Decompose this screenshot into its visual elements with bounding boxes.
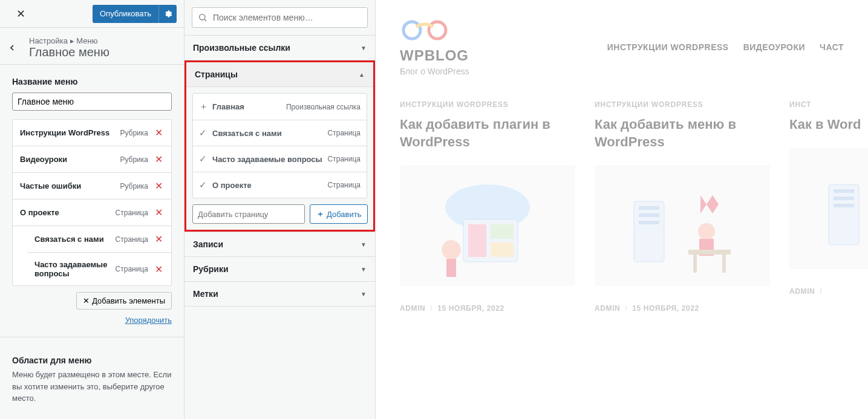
- accordion-posts[interactable]: Записи ▼: [184, 232, 375, 256]
- reorder-link[interactable]: Упорядочить: [125, 316, 172, 325]
- nav-link[interactable]: ВИДЕОУРОКИ: [743, 42, 805, 52]
- site-title: WPBLOG: [400, 47, 469, 64]
- plus-icon: ＋: [316, 209, 324, 219]
- menu-item-title: Связаться с нами: [34, 235, 116, 244]
- page-item[interactable]: ✓ О проекте Страница: [193, 172, 367, 198]
- page-item-type: Страница: [328, 129, 361, 137]
- page-item[interactable]: ✓ Часто задаваемые вопросы Страница: [193, 146, 367, 172]
- breadcrumb: Настройка ▸ Меню: [29, 36, 177, 45]
- post-card[interactable]: ИНСТРУКЦИИ WORDPRESS Как добавить плагин…: [400, 100, 575, 313]
- svg-rect-19: [834, 189, 854, 193]
- menu-name-label: Название меню: [12, 77, 172, 86]
- svg-rect-5: [491, 224, 514, 239]
- accordion-pages[interactable]: Страницы ▲: [186, 62, 373, 87]
- remove-icon[interactable]: ✕: [153, 207, 164, 218]
- svg-rect-11: [639, 213, 659, 217]
- page-item-title: Часто задаваемые вопросы: [212, 155, 328, 164]
- svg-line-1: [204, 19, 206, 21]
- svg-rect-21: [834, 204, 854, 207]
- menu-name-input[interactable]: [12, 93, 172, 111]
- post-card[interactable]: ИНСТРУКЦИИ WORDPRESS Как добавить меню в…: [595, 100, 770, 313]
- accordion-custom-links[interactable]: Произвольные ссылки ▼: [184, 36, 375, 60]
- page-item-type: Произвольная ссылка: [286, 103, 361, 111]
- panel-title: Главное меню: [29, 45, 177, 59]
- post-title: Как в Word: [789, 116, 868, 134]
- menu-item-type: Рубрика: [120, 182, 148, 190]
- svg-rect-17: [722, 255, 726, 273]
- menu-item-title: Инструкции WordPress: [20, 128, 120, 137]
- page-item[interactable]: ✓ Связаться с нами Страница: [193, 120, 367, 146]
- page-item-title: Главная: [212, 102, 286, 111]
- chevron-down-icon: ▼: [361, 45, 367, 51]
- svg-rect-15: [688, 250, 731, 255]
- nav-link[interactable]: ЧАСТ: [820, 42, 844, 52]
- menu-locations-title: Области для меню: [12, 356, 172, 365]
- post-thumbnail: [595, 165, 770, 286]
- remove-icon[interactable]: ✕: [153, 154, 164, 165]
- menu-item-title: О проекте: [20, 208, 116, 217]
- search-icon: [198, 13, 207, 22]
- accordion-tags[interactable]: Метки ▼: [184, 282, 375, 306]
- post-thumbnail: [400, 165, 575, 286]
- site-logo: [400, 18, 449, 42]
- menu-item-title: Часто задаваемые вопросы: [34, 260, 116, 278]
- post-card[interactable]: ИНСТ Как в Word ADMIN/: [789, 100, 868, 313]
- post-category: ИНСТ: [789, 100, 868, 109]
- post-title: Как добавить плагин в WordPress: [400, 116, 575, 151]
- check-icon: ✓: [199, 180, 212, 190]
- menu-item-title: Частые ошибки: [20, 181, 120, 190]
- menu-item[interactable]: Частые ошибки Рубрика ✕: [13, 173, 171, 200]
- publish-button[interactable]: Опубликовать: [93, 5, 158, 23]
- post-thumbnail: [789, 148, 868, 269]
- menu-item[interactable]: Связаться с нами Страница ✕: [27, 226, 171, 253]
- remove-icon[interactable]: ✕: [153, 233, 164, 245]
- add-page-button[interactable]: ＋ Добавить: [310, 204, 368, 224]
- chevron-down-icon: ▼: [361, 241, 367, 248]
- post-category: ИНСТРУКЦИИ WORDPRESS: [400, 100, 575, 109]
- menu-search-input[interactable]: [192, 7, 368, 28]
- page-item[interactable]: ＋ Главная Произвольная ссылка: [193, 94, 367, 120]
- menu-item-type: Рубрика: [120, 155, 148, 164]
- post-category: ИНСТРУКЦИИ WORDPRESS: [595, 100, 770, 109]
- post-date: 15 НОЯБРЯ, 2022: [632, 304, 699, 313]
- menu-item[interactable]: Часто задаваемые вопросы Страница ✕: [27, 253, 171, 285]
- svg-rect-6: [491, 242, 514, 257]
- accordion-categories[interactable]: Рубрики ▼: [184, 257, 375, 281]
- post-meta: ADMIN/15 НОЯБРЯ, 2022: [400, 304, 575, 313]
- chevron-down-icon: ▼: [361, 266, 367, 273]
- post-title: Как добавить меню в WordPress: [595, 116, 770, 151]
- plus-icon: ＋: [199, 101, 212, 112]
- post-author: ADMIN: [400, 304, 425, 313]
- post-meta: ADMIN/15 НОЯБРЯ, 2022: [595, 304, 770, 313]
- publish-settings-button[interactable]: [158, 5, 177, 23]
- remove-icon[interactable]: ✕: [153, 127, 164, 138]
- menu-item[interactable]: Инструкции WordPress Рубрика ✕: [13, 120, 171, 146]
- close-button[interactable]: ✕: [7, 1, 34, 27]
- add-elements-button[interactable]: ✕ Добавить элементы: [76, 292, 172, 310]
- gear-icon: [164, 10, 172, 18]
- menu-item[interactable]: Видеоуроки Рубрика ✕: [13, 146, 171, 173]
- menu-item-type: Страница: [116, 209, 148, 217]
- svg-rect-12: [639, 221, 659, 224]
- back-button[interactable]: [7, 43, 29, 53]
- menu-item[interactable]: О проекте Страница ✕: [13, 200, 171, 226]
- menu-item-type: Рубрика: [120, 129, 148, 137]
- menu-item-title: Видеоуроки: [20, 155, 120, 164]
- chevron-left-icon: [7, 43, 17, 53]
- svg-rect-10: [639, 206, 659, 210]
- chevron-up-icon: ▲: [359, 71, 365, 78]
- post-author: ADMIN: [789, 287, 815, 296]
- add-page-input[interactable]: [192, 204, 305, 224]
- post-meta: ADMIN/: [789, 287, 868, 296]
- remove-icon[interactable]: ✕: [153, 180, 164, 192]
- nav-link[interactable]: ИНСТРУКЦИИ WORDPRESS: [607, 42, 729, 52]
- check-icon: ✓: [199, 128, 212, 138]
- site-tagline: Блог о WordPress: [400, 67, 469, 76]
- svg-rect-18: [829, 184, 859, 245]
- remove-icon[interactable]: ✕: [153, 264, 164, 275]
- svg-rect-20: [834, 197, 854, 200]
- menu-item-type: Страница: [116, 265, 148, 273]
- menu-item-type: Страница: [116, 235, 148, 244]
- page-item-title: Связаться с нами: [212, 129, 328, 138]
- svg-rect-4: [468, 224, 486, 257]
